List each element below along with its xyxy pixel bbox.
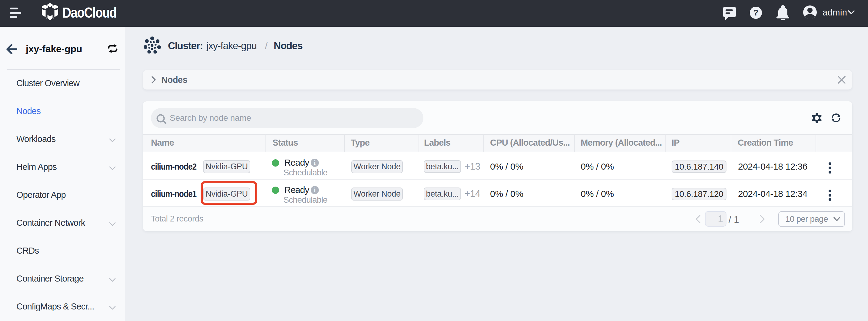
svg-text:?: ?: [753, 8, 758, 17]
